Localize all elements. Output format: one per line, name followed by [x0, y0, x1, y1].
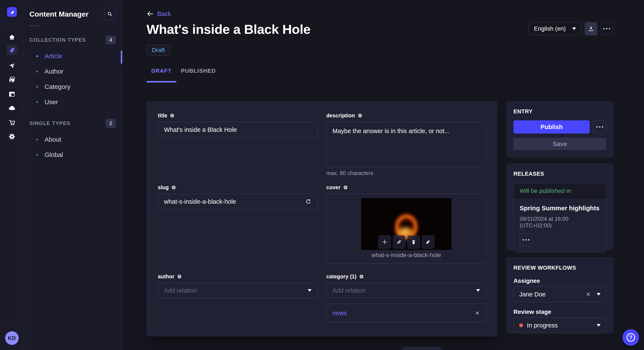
- release-status: Will be published in: [514, 183, 606, 199]
- single-types-label: SINGLE TYPES: [30, 120, 70, 126]
- bullet-icon: [36, 139, 38, 141]
- cover-field: cover: [326, 184, 486, 263]
- author-placeholder: Add relation: [164, 287, 197, 294]
- sidebar-item-about[interactable]: About: [24, 132, 122, 147]
- main-nav-rail: KD: [0, 0, 24, 350]
- marketplace-cart-icon[interactable]: [6, 117, 18, 128]
- close-icon: [474, 310, 480, 316]
- version-tabs: DRAFT PUBLISHED: [146, 68, 220, 82]
- author-relation-select[interactable]: Add relation: [158, 283, 318, 298]
- locale-globe-icon: [358, 113, 362, 118]
- tab-published[interactable]: PUBLISHED: [176, 68, 221, 82]
- author-field: author Add relation: [158, 273, 318, 298]
- release-date: 09/11/2024 at 16:00 (UTC+02:00): [520, 216, 600, 229]
- description-field-label: description: [326, 113, 355, 119]
- title-input[interactable]: What's inside a Black Hole: [158, 122, 318, 138]
- plus-icon: [382, 239, 388, 245]
- sidebar-item-user[interactable]: User: [24, 94, 122, 110]
- page-title: What's inside a Black Hole: [146, 22, 310, 37]
- export-button[interactable]: [585, 22, 597, 35]
- releases-panel-title: RELEASES: [514, 171, 606, 177]
- author-field-label: author: [158, 273, 174, 280]
- tab-label: PUBLISHED: [181, 68, 216, 74]
- title-value: What's inside a Black Hole: [164, 126, 237, 133]
- link-icon: [396, 239, 402, 245]
- content-type-builder-icon[interactable]: [6, 89, 18, 99]
- tab-label: DRAFT: [151, 68, 172, 74]
- sidebar-item-category[interactable]: Category: [24, 79, 122, 94]
- slug-input[interactable]: what-s-inside-a-black-hole: [158, 194, 318, 209]
- settings-gear-icon[interactable]: [6, 131, 18, 142]
- category-placeholder: Add relation: [332, 287, 366, 294]
- relation-link-news[interactable]: news: [332, 310, 347, 317]
- single-types-section: SINGLE TYPES 2 About Global: [24, 119, 122, 163]
- copy-link-button[interactable]: [393, 235, 405, 249]
- sidebar-scroll-indicator[interactable]: [121, 50, 122, 64]
- sidebar-item-author[interactable]: Author: [24, 64, 122, 79]
- chevron-down-icon: [597, 293, 600, 296]
- stage-status-dot: [519, 324, 523, 327]
- cover-action-bar: [378, 235, 434, 249]
- edit-form-card: title What's inside a Black Hole descrip…: [146, 101, 497, 336]
- add-media-button[interactable]: [378, 235, 391, 249]
- review-stage-label: Review stage: [514, 309, 606, 315]
- delete-media-button[interactable]: [408, 235, 420, 249]
- search-button[interactable]: [104, 8, 116, 20]
- user-avatar[interactable]: KD: [5, 331, 19, 345]
- release-name[interactable]: Spring Summer highlights: [520, 204, 600, 212]
- home-icon[interactable]: [6, 32, 18, 42]
- strapi-logo[interactable]: [7, 7, 17, 17]
- draft-status-badge: Draft: [146, 45, 170, 56]
- save-button[interactable]: Save: [514, 138, 606, 150]
- bullet-icon: [36, 71, 38, 72]
- back-link[interactable]: Back: [146, 10, 171, 17]
- cover-media-card: what-s-inside-a-black-hole: [326, 194, 486, 263]
- search-icon: [107, 11, 113, 17]
- category-relation-select[interactable]: Add relation: [326, 283, 486, 298]
- edit-media-button[interactable]: [422, 235, 434, 249]
- sidebar-item-global[interactable]: Global: [24, 147, 122, 163]
- bullet-icon: [36, 86, 38, 88]
- tab-draft[interactable]: DRAFT: [146, 68, 176, 82]
- arrow-left-icon: [146, 10, 154, 17]
- collection-types-count-badge: 4: [106, 35, 116, 44]
- collection-types-section: COLLECTION TYPES 4 Article Author Catego…: [24, 35, 122, 110]
- locale-select[interactable]: English (en): [528, 22, 582, 35]
- entry-panel: ENTRY Publish Save: [506, 101, 613, 157]
- publish-button[interactable]: Publish: [514, 120, 590, 134]
- question-mark-icon: ?: [626, 333, 635, 342]
- media-library-icon[interactable]: [6, 74, 18, 85]
- ellipsis-icon: [596, 126, 603, 128]
- slug-field: slug what-s-inside-a-black-hole: [158, 184, 318, 209]
- cloud-icon[interactable]: [6, 103, 18, 113]
- clear-icon[interactable]: [585, 291, 591, 297]
- more-actions-button[interactable]: [600, 22, 613, 35]
- review-stage-select[interactable]: In progress: [514, 318, 606, 333]
- review-panel-title: REVIEW WORKFLOWS: [514, 265, 606, 271]
- assignee-select[interactable]: Jane Doe: [514, 286, 606, 302]
- locale-globe-icon: [359, 274, 364, 279]
- regenerate-slug-button[interactable]: [305, 198, 312, 205]
- cover-filename: what-s-inside-a-black-hole: [326, 252, 486, 259]
- description-textarea[interactable]: Maybe the answer is in this article, or …: [326, 122, 486, 167]
- category-field: category (1) Add relation news: [326, 273, 486, 322]
- user-area: KD: [0, 326, 24, 350]
- review-workflows-panel: REVIEW WORKFLOWS Assignee Jane Doe Revie…: [506, 257, 613, 333]
- pencil-icon: [425, 239, 431, 245]
- remove-relation-button[interactable]: [474, 310, 480, 316]
- send-icon[interactable]: [6, 61, 18, 71]
- description-field: description Maybe the answer is in this …: [326, 112, 486, 176]
- bullet-icon: [36, 101, 38, 103]
- content-manager-icon[interactable]: [6, 45, 18, 55]
- slug-field-label: slug: [158, 184, 169, 190]
- header-actions: English (en): [528, 22, 613, 35]
- release-more-button[interactable]: [520, 233, 532, 246]
- locale-globe-icon: [177, 274, 182, 279]
- entry-more-button[interactable]: [593, 120, 606, 134]
- collection-types-label: COLLECTION TYPES: [30, 37, 86, 43]
- content-manager-sidebar: Content Manager COLLECTION TYPES 4 Artic…: [24, 0, 122, 350]
- sidebar-item-article[interactable]: Article: [24, 48, 122, 64]
- help-button[interactable]: ?: [622, 329, 639, 346]
- locale-globe-icon: [171, 185, 176, 190]
- sidebar-item-label: Article: [44, 52, 62, 60]
